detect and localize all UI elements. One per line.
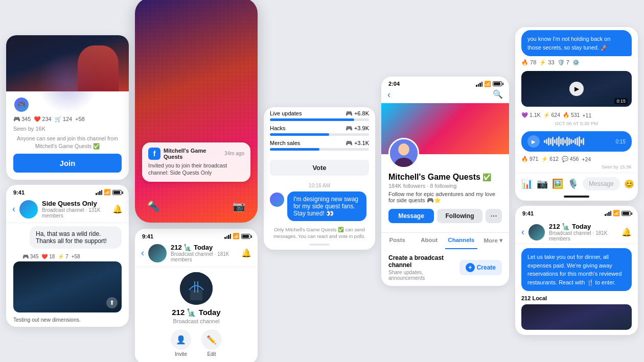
bcast-sm-info: 212 🗽 Today Broadcast channel · 181K mem… [549, 223, 617, 242]
vr-more: +11 [582, 112, 591, 118]
tab-more[interactable]: More ▾ [477, 233, 510, 249]
bcast-sm-status: 9:41 📶 [515, 206, 638, 219]
vote-button[interactable]: Vote [270, 160, 369, 176]
chat-image: ⬆ [13, 261, 122, 312]
camera-icon-2[interactable]: 📷 [537, 178, 548, 189]
outgoing-message: you know I'm not holding back on those s… [521, 30, 632, 56]
invite-action[interactable]: 👤 Invite [171, 329, 191, 357]
bell-icon-2[interactable]: 🔔 [241, 248, 251, 258]
tab-posts[interactable]: Posts [381, 233, 413, 249]
broadcast-card: 9:41 📶 ‹ 212 🗽 Today Broadcast channel ·… [135, 229, 258, 362]
invite-icon: 👤 [171, 329, 191, 350]
back-arrow-2[interactable]: ‹ [141, 248, 144, 258]
broadcast-name: 212 🗽 Today [171, 244, 237, 251]
create-channel-sub: Share updates, announcements [388, 270, 459, 281]
cover-image [6, 35, 129, 91]
poll-time: 10:16 AM [264, 181, 375, 191]
channel-sub: Broadcast channel · 131K members [42, 207, 108, 219]
rx-more: +58 [72, 254, 80, 259]
ar-lightning: ⚡ 612 [541, 156, 558, 162]
back-arrow[interactable]: ‹ [12, 204, 15, 214]
time: 9:41 [13, 189, 25, 196]
image-icon[interactable]: 🖼️ [552, 178, 563, 189]
tab-about[interactable]: About [413, 233, 446, 249]
column-3: Live updates 🎮 +6.8K Hacks 🎮 +3.9K M [264, 107, 375, 255]
edit-action[interactable]: ✏️ Edit [201, 329, 222, 357]
svg-rect-3 [197, 281, 198, 293]
profile-stats: 184K followers · 8 following [388, 183, 502, 189]
gamer-avatar-svg [390, 138, 418, 168]
create-button[interactable]: + Create [459, 260, 502, 275]
local-image [521, 304, 632, 330]
chat-header: ‹ Side Quests Only Broadcast channel · 1… [6, 198, 129, 223]
following-button[interactable]: Following [437, 209, 482, 223]
profile-nav: ‹ 🔍 [381, 89, 509, 103]
back-arrow-3[interactable]: ‹ [387, 89, 390, 100]
poll-card: Live updates 🎮 +6.8K Hacks 🎮 +3.9K M [264, 107, 375, 250]
column-5: you know I'm not holding back on those s… [515, 27, 638, 335]
invite-label: Invite [175, 351, 187, 357]
message-input[interactable]: Message [583, 177, 620, 190]
reaction-more: +58 [75, 116, 85, 122]
scroll-indicator [309, 244, 330, 246]
broadcast-main-avatar [180, 272, 213, 305]
column-1: 🎮 🎮 345 ❤️ 234 🛒 124 +58 Seen by 16K Any… [6, 35, 129, 327]
audio-reactions: 🔥 971 ⚡ 612 💬 456 +24 [515, 155, 638, 163]
poll-item-2: Merch sales 🎮 +3.1K [270, 140, 369, 151]
tab-channels[interactable]: Channels [445, 233, 477, 249]
svg-point-5 [398, 143, 409, 155]
search-icon[interactable]: 🔍 [493, 89, 503, 100]
camera-icon[interactable]: 📷 [233, 200, 245, 212]
battery-icon-2 [241, 234, 250, 239]
audio-message: ▶ [521, 131, 632, 152]
battery-icon-3 [493, 81, 502, 86]
bell-icon[interactable]: 🔔 [112, 204, 123, 214]
create-channel-row: Create a broadcast channel Share updates… [381, 249, 509, 286]
more-button[interactable]: ··· [486, 209, 502, 223]
join-note: Anyone can see and join this channel fro… [13, 135, 122, 150]
rx-heart: ❤️ 18 [41, 254, 55, 259]
broadcast-avatar-small [148, 244, 167, 262]
bridge-icon [180, 272, 213, 305]
chat-card: 9:41 📶 ‹ Side Quests Only Broadcast chan… [6, 185, 129, 327]
bcast-sm-icons: 📶 [605, 210, 631, 216]
back-arrow-4[interactable]: ‹ [521, 227, 524, 237]
flashlight-icon[interactable]: 🔦 [147, 200, 160, 212]
profile-status-bar: 2:04 📶 [381, 77, 509, 89]
vr-lightning: ⚡ 624 [543, 112, 560, 118]
broadcast-title: 212 🗽 Today [142, 308, 250, 317]
message-button[interactable]: Message [388, 209, 434, 223]
broadcast-time: 9:41 [142, 233, 153, 239]
channel-name: Side Quests Only [42, 200, 108, 207]
poll-track-2 [270, 148, 369, 151]
poll-stat-2: 🎮 +3.1K [346, 140, 369, 147]
emoji-icon[interactable]: 😊 [624, 179, 634, 189]
share-button[interactable]: ⬆ [106, 297, 118, 308]
rx-gear: ⚙️ [572, 59, 580, 66]
bell-icon-4[interactable]: 🔔 [622, 227, 632, 237]
wifi-icon-2: 📶 [233, 233, 240, 239]
profile-avatar-wrap [388, 138, 419, 168]
broadcast-status-bar: 9:41 📶 [135, 229, 258, 242]
broadcast-sm-card: 9:41 📶 ‹ 212 🗽 Today Broadcast channel ·… [515, 206, 638, 335]
poll-track-1 [270, 133, 369, 136]
play-button[interactable]: ▶ [569, 82, 584, 96]
poll-fill-2 [270, 148, 319, 151]
poll-label-1: Hacks [270, 125, 286, 132]
audio-play-button[interactable]: ▶ [527, 135, 540, 148]
wifi-icon: 📶 [104, 189, 111, 196]
bar-chart-icon[interactable]: 📊 [521, 178, 533, 189]
mic-icon[interactable]: 🎙️ [567, 178, 579, 189]
audio-waveform [544, 136, 612, 147]
audio-duration: 0:15 [616, 139, 626, 144]
video-date: OCT 06 AT 5:30 PM [515, 119, 638, 128]
profile-bio: Follow me for epic adventures and my lov… [388, 191, 502, 204]
local-name: 212 Local [515, 293, 638, 302]
profile-time: 2:04 [388, 81, 400, 87]
join-button[interactable]: Join [13, 154, 122, 173]
rx-lightning2: ⚡ 33 [539, 59, 554, 66]
chat-message: Ha, that was a wild ride. Thanks all for… [6, 223, 129, 252]
video-thumbnail: ▶ 0:15 [521, 71, 632, 107]
create-label: Create [477, 264, 496, 271]
vr-heart: 💜 1.1K [521, 112, 541, 118]
